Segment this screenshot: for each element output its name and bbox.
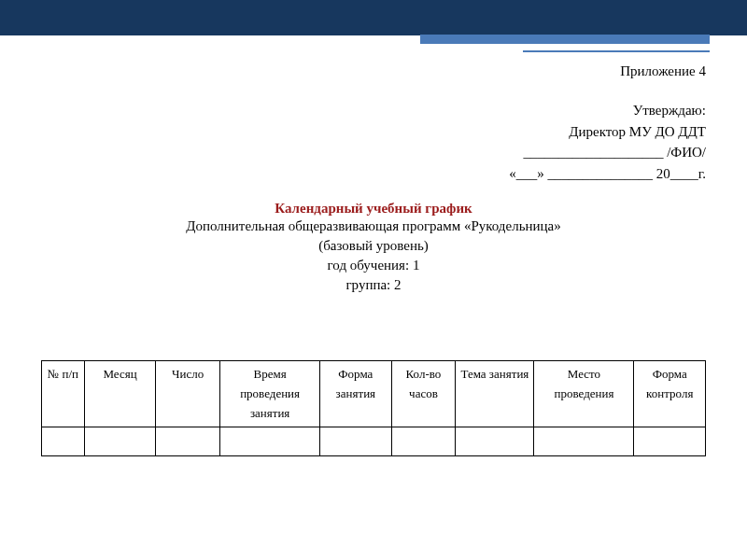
approval-block: Утверждаю: Директор МУ ДО ДДТ __________… bbox=[41, 100, 706, 184]
study-year: год обучения: 1 bbox=[41, 256, 706, 275]
table-cell bbox=[42, 427, 85, 456]
banner-stripe-wide bbox=[420, 35, 710, 44]
table-header-cell: Тема занятия bbox=[456, 361, 534, 427]
table-cell bbox=[84, 427, 155, 456]
schedule-table-body bbox=[42, 427, 706, 456]
table-header-cell: № п/п bbox=[42, 361, 85, 427]
approve-line-3: ____________________ /ФИО/ bbox=[41, 142, 706, 163]
table-header-cell: Число bbox=[156, 361, 220, 427]
table-cell bbox=[320, 427, 391, 456]
table-header-cell: Время проведения занятия bbox=[220, 361, 320, 427]
table-cell bbox=[456, 427, 534, 456]
approve-line-2: Директор МУ ДО ДДТ bbox=[41, 121, 706, 143]
table-cell bbox=[156, 427, 220, 456]
table-cell bbox=[534, 427, 634, 456]
approve-line-1: Утверждаю: bbox=[41, 100, 706, 121]
document-page: Приложение 4 Утверждаю: Директор МУ ДО Д… bbox=[0, 63, 747, 456]
schedule-table: № п/пМесяцЧислоВремя проведения занятияФ… bbox=[41, 360, 706, 456]
table-header-cell: Кол-во часов bbox=[391, 361, 456, 427]
table-header-cell: Месяц bbox=[84, 361, 155, 427]
document-subtitle-block: Дополнительная общеразвивающая программ … bbox=[41, 217, 706, 295]
appendix-label: Приложение 4 bbox=[41, 63, 706, 79]
table-cell bbox=[220, 427, 320, 456]
table-header-cell: Форма занятия bbox=[320, 361, 391, 427]
approve-line-4: «___» _______________ 20____г. bbox=[41, 163, 706, 185]
table-cell bbox=[391, 427, 456, 456]
schedule-header-row: № п/пМесяцЧислоВремя проведения занятияФ… bbox=[42, 361, 706, 427]
table-row bbox=[42, 427, 706, 456]
table-header-cell: Место проведения bbox=[534, 361, 634, 427]
program-name: Дополнительная общеразвивающая программ … bbox=[41, 217, 706, 236]
table-cell bbox=[634, 427, 706, 456]
header-banner bbox=[0, 0, 747, 35]
table-header-cell: Форма контроля bbox=[634, 361, 706, 427]
schedule-table-head: № п/пМесяцЧислоВремя проведения занятияФ… bbox=[42, 361, 706, 427]
banner-stripe-narrow bbox=[523, 50, 710, 52]
document-title: Календарный учебный график bbox=[41, 201, 706, 217]
group-number: группа: 2 bbox=[41, 275, 706, 295]
program-level: (базовый уровень) bbox=[41, 236, 706, 256]
